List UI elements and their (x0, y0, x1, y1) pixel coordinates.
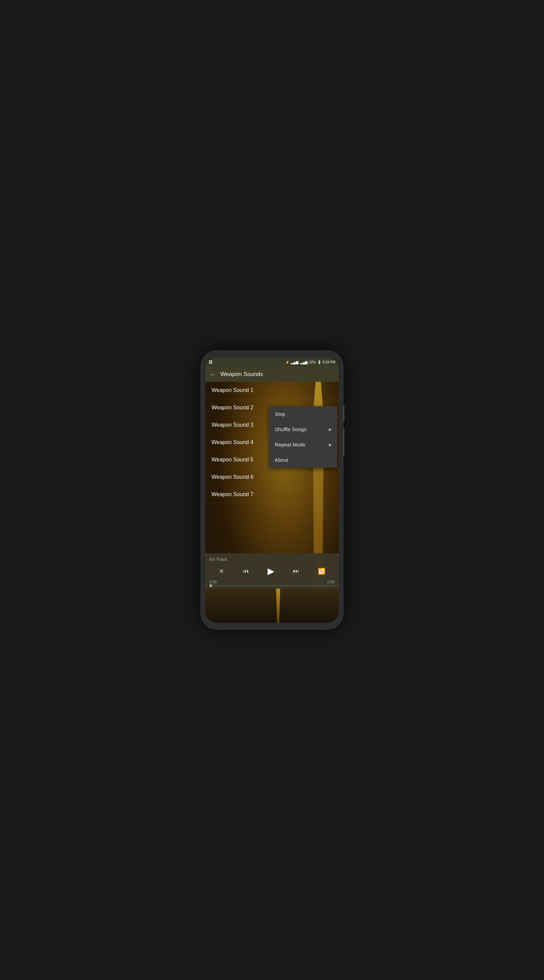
chevron-icon-repeat: ▶ (329, 442, 332, 447)
signal-bars-2: ▂▄▆ (300, 360, 308, 364)
status-bar: 🖼 ⚡ ▂▄▆ ▂▄▆ 22% 🔋 8:28 PM (205, 357, 339, 367)
menu-label-stop: Stop (275, 411, 285, 417)
bluetooth-icon: ⚡ (285, 360, 289, 364)
menu-label-repeat: Repeat Mode (275, 442, 305, 447)
phone-device: 🖼 ⚡ ▂▄▆ ▂▄▆ 22% 🔋 8:28 PM ← Weapon Sound… (201, 350, 343, 630)
image-icon: 🖼 (209, 360, 213, 364)
status-left: 🖼 (209, 360, 213, 364)
menu-item-about[interactable]: About (269, 452, 337, 468)
phone-screen: 🖼 ⚡ ▂▄▆ ▂▄▆ 22% 🔋 8:28 PM ← Weapon Sound… (205, 357, 339, 623)
signal-bars: ▂▄▆ (291, 360, 298, 364)
side-button-top (343, 405, 344, 422)
dropdown-overlay: StopShuffle Songs▶Repeat Mode▶About (205, 382, 339, 623)
app-wrapper: 🖼 ⚡ ▂▄▆ ▂▄▆ 22% 🔋 8:28 PM ← Weapon Sound… (205, 357, 339, 623)
battery-percent: 22% (309, 360, 316, 364)
dropdown-menu: StopShuffle Songs▶Repeat Mode▶About (269, 406, 337, 468)
chevron-icon-shuffle: ▶ (329, 427, 332, 432)
menu-item-stop[interactable]: Stop (269, 406, 337, 422)
status-right: ⚡ ▂▄▆ ▂▄▆ 22% 🔋 8:28 PM (285, 360, 335, 364)
content-area: Weapon Sound 1Weapon Sound 2Weapon Sound… (205, 382, 339, 623)
menu-item-shuffle[interactable]: Shuffle Songs▶ (269, 422, 337, 437)
menu-label-shuffle: Shuffle Songs (275, 426, 306, 432)
clock: 8:28 PM (323, 360, 335, 364)
menu-item-repeat[interactable]: Repeat Mode▶ (269, 437, 337, 452)
side-button-mid (343, 429, 344, 456)
battery-icon: 🔋 (317, 360, 321, 364)
app-bar: ← Weapon Sounds (205, 367, 339, 382)
app-title: Weapon Sounds (220, 371, 335, 378)
menu-label-about: About (275, 457, 288, 463)
back-button[interactable]: ← (209, 371, 216, 379)
